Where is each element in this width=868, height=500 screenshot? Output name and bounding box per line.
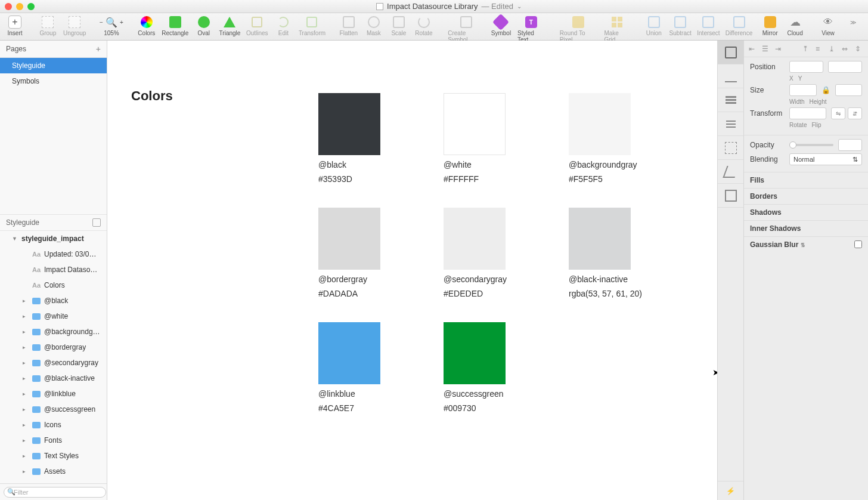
tree-folder[interactable]: ▸@linkblue bbox=[0, 386, 107, 402]
styled-text-button[interactable]: TStyled Text bbox=[515, 14, 547, 43]
make-grid-button[interactable]: Make Grid bbox=[602, 14, 632, 43]
ungroup-button[interactable]: Ungroup bbox=[61, 14, 88, 36]
swatch-successgreen[interactable]: @successgreen#009730 bbox=[444, 322, 569, 413]
blending-dropdown[interactable]: Normal⇅ bbox=[789, 153, 862, 165]
distribute-v-icon[interactable]: ⇕ bbox=[855, 45, 863, 53]
opacity-field[interactable] bbox=[838, 139, 862, 151]
disclosure-arrow-icon[interactable]: ▸ bbox=[23, 298, 29, 304]
tree-folder[interactable]: ▸@bordergray bbox=[0, 339, 107, 355]
size-height-field[interactable] bbox=[835, 84, 863, 96]
cloud-button[interactable]: ☁Cloud bbox=[784, 14, 807, 36]
oval-tool[interactable]: Oval bbox=[193, 14, 215, 36]
gaussian-blur-section[interactable]: Gaussian Blur⇅ bbox=[744, 236, 868, 252]
mask-button[interactable]: Mask bbox=[362, 14, 385, 36]
tree-text-layer[interactable]: AaUpdated: 03/0… bbox=[0, 246, 107, 262]
disclosure-arrow-icon[interactable]: ▸ bbox=[23, 453, 29, 459]
shadows-section[interactable]: Shadows bbox=[744, 204, 868, 220]
align-vcenter-icon[interactable]: ≡ bbox=[816, 45, 824, 53]
disclosure-arrow-icon[interactable]: ▸ bbox=[23, 329, 29, 335]
transform-tool[interactable]: Transform bbox=[297, 14, 327, 36]
position-x-field[interactable] bbox=[789, 61, 823, 73]
disclosure-arrow-icon[interactable]: ▸ bbox=[23, 437, 29, 443]
align-left-icon[interactable]: ⇤ bbox=[749, 45, 757, 53]
zoom-window-button[interactable] bbox=[27, 3, 35, 10]
lock-aspect-icon[interactable]: 🔒 bbox=[822, 86, 830, 94]
inner-shadows-section[interactable]: Inner Shadows bbox=[744, 220, 868, 236]
mirror-button[interactable]: Mirror bbox=[759, 14, 782, 36]
union-button[interactable]: Union bbox=[643, 14, 665, 36]
swatch-bordergray[interactable]: @bordergray#DADADA bbox=[318, 208, 444, 298]
position-y-field[interactable] bbox=[828, 61, 862, 73]
layout-tab[interactable] bbox=[718, 88, 743, 112]
flip-h-button[interactable]: ⇋ bbox=[831, 107, 845, 119]
opacity-slider[interactable] bbox=[789, 144, 833, 146]
add-page-button[interactable]: + bbox=[96, 44, 101, 54]
title-chevron-icon[interactable]: ⌄ bbox=[517, 3, 522, 10]
list-tab[interactable] bbox=[718, 112, 743, 136]
outlines-tool[interactable]: Outlines bbox=[244, 14, 269, 36]
disclosure-arrow-icon[interactable]: ▼ bbox=[12, 236, 18, 242]
page-row-styleguide[interactable]: Styleguide bbox=[0, 58, 107, 73]
rectangle-tool[interactable]: Rectangle bbox=[160, 14, 190, 36]
filter-input[interactable] bbox=[4, 487, 106, 498]
tree-folder[interactable]: ▸@successgreen bbox=[0, 402, 107, 417]
group-button[interactable]: Group bbox=[36, 14, 59, 36]
align-right-icon[interactable]: ⇥ bbox=[775, 45, 783, 53]
image-tab[interactable] bbox=[718, 184, 743, 208]
swatch-black[interactable]: @black#35393D bbox=[318, 93, 444, 184]
distribute-h-icon[interactable]: ⇔ bbox=[842, 45, 850, 53]
tree-folder[interactable]: ▸Fonts bbox=[0, 433, 107, 448]
disclosure-arrow-icon[interactable]: ▸ bbox=[23, 391, 29, 397]
export-tab[interactable] bbox=[718, 64, 743, 88]
align-tab[interactable] bbox=[718, 41, 743, 64]
view-button[interactable]: 👁View bbox=[817, 14, 839, 36]
page-row-symbols[interactable]: Symbols bbox=[0, 73, 107, 89]
difference-button[interactable]: Difference bbox=[724, 14, 754, 36]
close-window-button[interactable] bbox=[5, 3, 12, 10]
fills-section[interactable]: Fills bbox=[744, 172, 868, 188]
tree-folder[interactable]: ▸@black bbox=[0, 293, 107, 308]
tree-text-layer[interactable]: AaColors bbox=[0, 277, 107, 293]
rotate-field[interactable] bbox=[789, 107, 826, 119]
triangle-tool[interactable]: Triangle bbox=[218, 14, 242, 36]
gaussian-blur-checkbox[interactable] bbox=[854, 240, 862, 248]
rotate-button[interactable]: Rotate bbox=[413, 14, 435, 36]
subtract-button[interactable]: Subtract bbox=[668, 14, 693, 36]
tree-text-layer[interactable]: AaImpact Dataso… bbox=[0, 262, 107, 277]
align-top-icon[interactable]: ⤒ bbox=[802, 45, 811, 53]
create-symbol-button[interactable]: Create Symbol bbox=[445, 14, 487, 43]
tree-root[interactable]: ▼styleguide_impact bbox=[0, 231, 107, 246]
overflow-button[interactable]: ≫ bbox=[842, 14, 864, 36]
tree-folder[interactable]: ▸@black-inactive bbox=[0, 371, 107, 386]
disclosure-arrow-icon[interactable]: ▸ bbox=[23, 313, 29, 319]
swatch-backgroundgray[interactable]: @backgroundgray#F5F5F5 bbox=[569, 93, 694, 184]
swatch-linkblue[interactable]: @linkblue#4CA5E7 bbox=[318, 322, 444, 413]
symbol-button[interactable]: Symbol bbox=[489, 14, 513, 36]
resize-tab[interactable] bbox=[718, 136, 743, 160]
minimize-window-button[interactable] bbox=[16, 3, 23, 10]
tree-folder[interactable]: ▸@white bbox=[0, 308, 107, 324]
swatch-white[interactable]: @white#FFFFFF bbox=[444, 93, 569, 184]
zoom-out-icon[interactable]: − bbox=[100, 19, 103, 26]
lightning-footer[interactable]: ⚡ bbox=[718, 481, 743, 500]
intersect-button[interactable]: Intersect bbox=[696, 14, 722, 36]
tree-folder[interactable]: ▸Text Styles bbox=[0, 448, 107, 464]
align-hcenter-icon[interactable]: ☰ bbox=[762, 45, 770, 53]
flatten-button[interactable]: Flatten bbox=[337, 14, 360, 36]
colors-button[interactable]: Colors bbox=[135, 14, 158, 36]
round-to-pixel-button[interactable]: Round To Pixel bbox=[557, 14, 600, 43]
borders-section[interactable]: Borders bbox=[744, 188, 868, 204]
edit-tool[interactable]: Edit bbox=[272, 14, 294, 36]
canvas[interactable]: Colors @black#35393D@white#FFFFFF@backgr… bbox=[107, 41, 718, 500]
swatch-black-inactive[interactable]: @black-inactivergba(53, 57, 61, 20) bbox=[569, 208, 694, 298]
size-width-field[interactable] bbox=[789, 84, 817, 96]
disclosure-arrow-icon[interactable]: ▸ bbox=[23, 375, 29, 381]
vector-tab[interactable] bbox=[718, 160, 743, 184]
swatch-secondarygray[interactable]: @secondarygray#EDEDED bbox=[444, 208, 569, 298]
scale-button[interactable]: Scale bbox=[388, 14, 410, 36]
disclosure-arrow-icon[interactable]: ▸ bbox=[23, 422, 29, 428]
tree-folder[interactable]: ▸@secondarygray bbox=[0, 355, 107, 371]
disclosure-arrow-icon[interactable]: ▸ bbox=[23, 406, 29, 412]
tree-folder[interactable]: ▸Icons bbox=[0, 417, 107, 433]
insert-button[interactable]: +Insert bbox=[4, 14, 26, 36]
